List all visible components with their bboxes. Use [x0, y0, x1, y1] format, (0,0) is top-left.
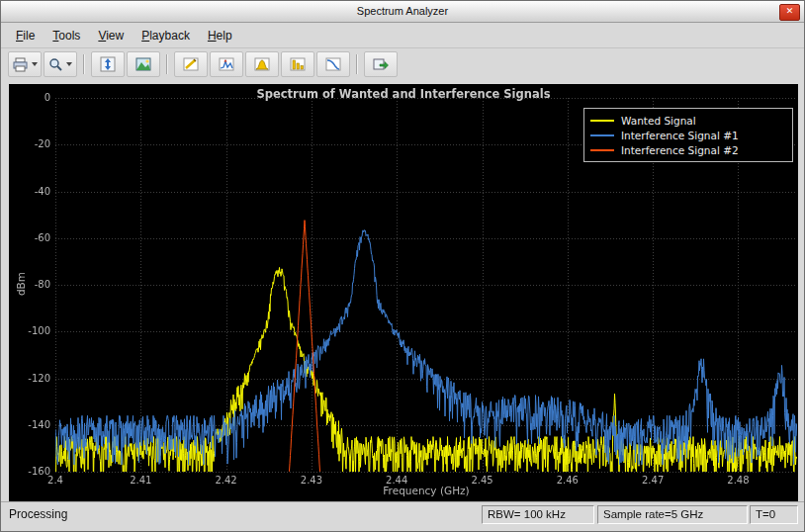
- menu-tools[interactable]: Tools: [44, 25, 89, 46]
- export-button[interactable]: [364, 51, 398, 77]
- spectrum-display: Spectrum of Wanted and Interference Sign…: [9, 84, 798, 503]
- x-tick-label: 2.46: [548, 475, 587, 486]
- plot-title: Spectrum of Wanted and Interference Sign…: [9, 87, 798, 101]
- y-tick-label: -60: [11, 232, 50, 243]
- fit-to-view-icon: [100, 56, 116, 72]
- close-icon: ✕: [786, 6, 794, 16]
- menu-file-label: File: [16, 29, 35, 43]
- menu-view[interactable]: View: [89, 25, 133, 46]
- legend-label: Wanted Signal: [621, 115, 696, 127]
- legend-line-swatch: [590, 149, 614, 151]
- cursor-measurements-icon: [183, 57, 199, 71]
- menu-playback-label: Playback: [141, 29, 190, 43]
- toolbar-separator: [83, 54, 85, 74]
- y-tick-label: -20: [11, 138, 50, 149]
- x-tick-label: 2.42: [207, 475, 246, 486]
- channel-measurements-button[interactable]: [245, 51, 279, 77]
- x-tick-label: 2.47: [633, 475, 672, 486]
- x-tick-label: 2.44: [377, 475, 416, 486]
- y-tick-label: -140: [11, 419, 50, 430]
- spectrum-settings-button[interactable]: [127, 51, 160, 77]
- window-title: Spectrum Analyzer: [357, 5, 448, 17]
- toolbar-separator: [356, 54, 358, 74]
- x-tick-label: 2.4: [36, 475, 75, 486]
- spectrum-analyzer-window: Spectrum Analyzer ✕ File Tools View Play…: [0, 0, 805, 532]
- legend-label: Interference Signal #2: [621, 144, 739, 156]
- legend: Wanted SignalInterference Signal #1Inter…: [583, 108, 793, 162]
- zoom-button[interactable]: [44, 51, 77, 77]
- legend-item[interactable]: Interference Signal #1: [590, 128, 786, 142]
- y-tick-label: -40: [11, 186, 50, 197]
- ccdf-measurements-button[interactable]: [316, 51, 350, 77]
- export-icon: [373, 57, 389, 71]
- x-tick-label: 2.48: [718, 475, 758, 486]
- toolbar: [1, 49, 804, 79]
- x-tick-label: 2.41: [121, 475, 160, 486]
- menu-view-label: View: [98, 29, 124, 43]
- channel-measurements-icon: [254, 57, 270, 71]
- menu-playback[interactable]: Playback: [133, 25, 199, 46]
- distortion-measurements-button[interactable]: [281, 51, 314, 77]
- title-bar[interactable]: Spectrum Analyzer ✕: [1, 1, 804, 23]
- rbw-indicator: RBW= 100 kHz: [482, 505, 594, 524]
- x-tick-label: 2.45: [463, 475, 502, 486]
- legend-line-swatch: [590, 134, 614, 136]
- y-tick-label: -80: [11, 279, 50, 290]
- y-tick-label: 0: [11, 92, 50, 103]
- sample-rate-indicator: Sample rate=5 GHz: [597, 505, 748, 524]
- legend-line-swatch: [590, 120, 614, 122]
- legend-label: Interference Signal #1: [621, 130, 739, 141]
- menu-help-label: Help: [208, 29, 232, 43]
- fit-to-view-button[interactable]: [91, 51, 125, 77]
- legend-item[interactable]: Interference Signal #2: [590, 142, 786, 157]
- distortion-measurements-icon: [290, 57, 306, 71]
- y-tick-label: -120: [11, 373, 50, 384]
- print-button[interactable]: [8, 51, 42, 77]
- menu-help[interactable]: Help: [199, 25, 241, 46]
- menu-file[interactable]: File: [7, 25, 44, 46]
- legend-item[interactable]: Wanted Signal: [590, 113, 786, 128]
- menu-tools-label: Tools: [52, 29, 80, 43]
- zoom-icon: [48, 57, 63, 72]
- ccdf-measurements-icon: [325, 57, 341, 71]
- peak-finder-icon: [219, 57, 234, 71]
- status-message: Processing: [9, 507, 67, 521]
- menu-bar: File Tools View Playback Help: [1, 23, 804, 48]
- spectrum-settings-icon: [135, 57, 151, 71]
- y-tick-label: -100: [11, 325, 50, 336]
- cursor-measurements-button[interactable]: [174, 51, 208, 77]
- dropdown-caret-icon: [32, 62, 38, 66]
- toolbar-separator: [166, 54, 168, 74]
- dropdown-caret-icon: [66, 62, 72, 66]
- close-button[interactable]: ✕: [779, 4, 800, 21]
- time-indicator: T=0: [750, 505, 798, 524]
- print-icon: [12, 57, 29, 72]
- peak-finder-button[interactable]: [210, 51, 243, 77]
- x-axis-label: Frequency (GHz): [55, 485, 797, 496]
- status-bar: Processing RBW= 100 kHz Sample rate=5 GH…: [1, 501, 804, 531]
- x-tick-label: 2.43: [292, 475, 331, 486]
